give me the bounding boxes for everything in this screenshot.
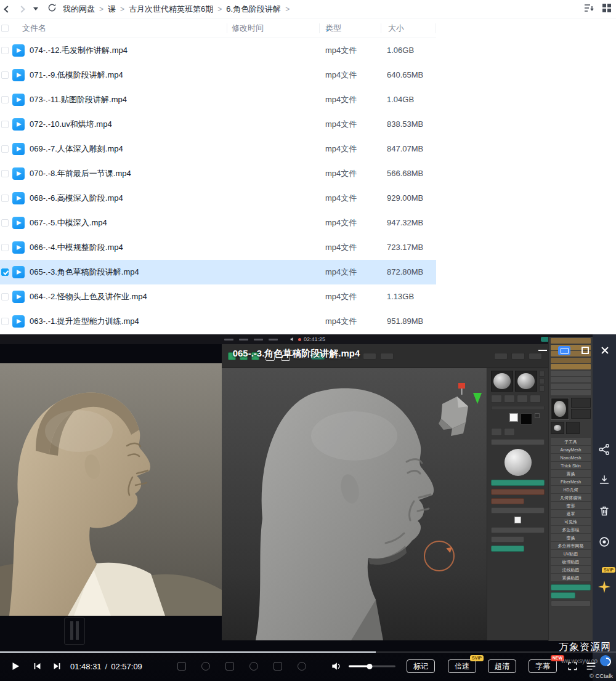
playlist-icon[interactable]	[585, 661, 597, 672]
row-checkbox[interactable]	[1, 318, 9, 325]
player-extra-icon[interactable]	[201, 662, 210, 671]
cast-icon[interactable]	[558, 346, 570, 355]
file-name[interactable]: 073-.-11.贴图阶段讲解.mp4	[30, 87, 127, 112]
file-name[interactable]: 068-.-6.高模深入阶段.mp4	[30, 186, 123, 211]
table-row[interactable]: 074-.-12.毛发制作讲解.mp4 mp4文件 1.06GB	[0, 38, 436, 63]
file-name[interactable]: 072-.-10.uv和烘培.mp4	[30, 112, 112, 137]
volume-knob[interactable]	[367, 664, 373, 669]
file-type: mp4文件	[325, 284, 357, 309]
file-type: mp4文件	[325, 137, 357, 161]
column-modified[interactable]: 修改时间↓	[232, 18, 330, 38]
breadcrumb-separator: >	[120, 5, 124, 14]
breadcrumb-item[interactable]: 课	[108, 4, 116, 15]
maximize-button[interactable]	[582, 347, 589, 354]
row-checkbox[interactable]	[1, 268, 9, 276]
list-sort-icon[interactable]	[584, 4, 594, 15]
column-type[interactable]: 类型	[325, 18, 341, 38]
table-row[interactable]: 068-.-6.高模深入阶段.mp4 mp4文件 929.00MB	[0, 186, 436, 211]
grid-view-icon[interactable]	[602, 4, 611, 15]
mp4-file-icon	[12, 241, 25, 254]
video-surface[interactable]: 02:41:25	[0, 334, 593, 681]
record-icon[interactable]	[598, 535, 611, 551]
file-size: 1.04GB	[387, 87, 414, 112]
table-row[interactable]: 071-.-9.低模阶段讲解.mp4 mp4文件 640.65MB	[0, 63, 436, 87]
play-button[interactable]	[10, 661, 21, 672]
forward-icon[interactable]	[18, 6, 25, 12]
file-name[interactable]: 066-.-4.中模规整阶段.mp4	[30, 235, 123, 260]
zbrush-panel-row: 法线贴图	[551, 566, 591, 574]
table-row[interactable]: 067-.-5.中模深入.mp4 mp4文件 947.32MB	[0, 211, 436, 235]
player-extra-icon[interactable]	[274, 662, 282, 671]
next-button[interactable]	[52, 661, 62, 672]
column-filename[interactable]: 文件名	[22, 18, 46, 38]
file-name[interactable]: 070-.-8.年前最后一节课.mp4	[30, 161, 131, 186]
breadcrumb-separator: >	[217, 5, 222, 14]
svip-star-icon[interactable]	[597, 579, 612, 597]
minimize-button[interactable]	[538, 350, 547, 351]
file-name[interactable]: 063-.-1.提升造型能力训练.mp4	[30, 309, 139, 334]
mark-button[interactable]: 标记	[407, 659, 435, 673]
volume-slider[interactable]	[349, 666, 395, 667]
row-checkbox[interactable]	[1, 293, 9, 300]
zbrush-panel-row: 遮罩	[551, 510, 591, 518]
row-checkbox[interactable]	[1, 170, 9, 177]
table-row[interactable]: 072-.-10.uv和烘培.mp4 mp4文件 838.53MB	[0, 112, 436, 137]
file-name[interactable]: 071-.-9.低模阶段讲解.mp4	[30, 63, 123, 87]
speed-button[interactable]: 倍速SVIP	[448, 659, 476, 673]
refresh-icon[interactable]	[47, 3, 57, 15]
share-icon[interactable]	[598, 443, 611, 459]
breadcrumb-item[interactable]: 我的网盘	[63, 4, 95, 15]
subtitle-button[interactable]: 字幕NEW	[529, 659, 557, 673]
back-icon[interactable]	[4, 6, 10, 12]
row-checkbox[interactable]	[1, 219, 9, 227]
table-row[interactable]: 064-.-2.怪物头上色及讲作业.mp4 mp4文件 1.13GB	[0, 284, 436, 309]
view-buttons	[584, 4, 616, 15]
file-name[interactable]: 067-.-5.中模深入.mp4	[30, 211, 107, 235]
player-extra-icon[interactable]	[177, 662, 186, 671]
file-type: mp4文件	[325, 87, 357, 112]
volume-icon[interactable]	[330, 660, 342, 672]
file-name[interactable]: 074-.-12.毛发制作讲解.mp4	[30, 38, 128, 63]
row-checkbox[interactable]	[1, 145, 9, 153]
previous-button[interactable]	[32, 661, 43, 672]
progress-bar[interactable]	[0, 651, 616, 653]
download-icon[interactable]	[598, 473, 611, 490]
player-extra-icon[interactable]	[225, 662, 234, 671]
zbrush-panel-row: UV贴图	[551, 550, 591, 558]
row-checkbox[interactable]	[1, 121, 9, 128]
topbar: 我的网盘>课>古月次世代精英班第6期>6.角色阶段讲解>	[0, 0, 616, 18]
widescreen-icon[interactable]	[567, 661, 578, 672]
table-row[interactable]: 063-.-1.提升造型能力训练.mp4 mp4文件 951.89MB	[0, 309, 436, 334]
breadcrumb-item[interactable]: 6.角色阶段讲解	[226, 4, 281, 15]
file-type: mp4文件	[325, 235, 357, 260]
file-name[interactable]: 065-.-3.角色草稿阶段讲解.mp4	[30, 260, 139, 284]
history-dropdown-icon[interactable]	[33, 7, 38, 10]
player-extra-icon[interactable]	[298, 662, 306, 671]
delete-icon[interactable]	[598, 504, 611, 520]
select-all-checkbox[interactable]	[1, 25, 9, 32]
svip-badge: SVIP	[470, 655, 484, 661]
player-extra-icon[interactable]	[249, 662, 258, 671]
table-row[interactable]: 066-.-4.中模规整阶段.mp4 mp4文件 723.17MB	[0, 235, 436, 260]
file-name[interactable]: 064-.-2.怪物头上色及讲作业.mp4	[30, 284, 147, 309]
mp4-file-icon	[12, 217, 25, 229]
row-checkbox[interactable]	[1, 96, 9, 103]
row-checkbox[interactable]	[1, 47, 9, 54]
zbrush-panel-row: 子工具	[551, 438, 591, 446]
column-size[interactable]: 大小	[388, 18, 404, 38]
row-checkbox[interactable]	[1, 244, 9, 251]
quality-button[interactable]: 超清	[488, 659, 516, 673]
table-header: 文件名 修改时间↓ 类型 大小	[0, 18, 436, 38]
file-name[interactable]: 069-.-7.人体深入雕刻.mp4	[30, 137, 123, 161]
file-size: 640.65MB	[387, 63, 423, 87]
table-row[interactable]: 073-.-11.贴图阶段讲解.mp4 mp4文件 1.04GB	[0, 87, 436, 112]
close-icon[interactable]	[600, 345, 610, 355]
table-row[interactable]: 069-.-7.人体深入雕刻.mp4 mp4文件 847.07MB	[0, 137, 436, 161]
row-checkbox[interactable]	[1, 195, 9, 202]
table-row[interactable]: 070-.-8.年前最后一节课.mp4 mp4文件 566.68MB	[0, 161, 436, 186]
breadcrumb-item[interactable]: 古月次世代精英班第6期	[129, 4, 213, 15]
zbrush-right-shelf	[487, 368, 548, 640]
row-checkbox[interactable]	[1, 71, 9, 79]
table-row[interactable]: 065-.-3.角色草稿阶段讲解.mp4 mp4文件 872.80MB	[0, 260, 436, 284]
file-type: mp4文件	[325, 211, 357, 235]
